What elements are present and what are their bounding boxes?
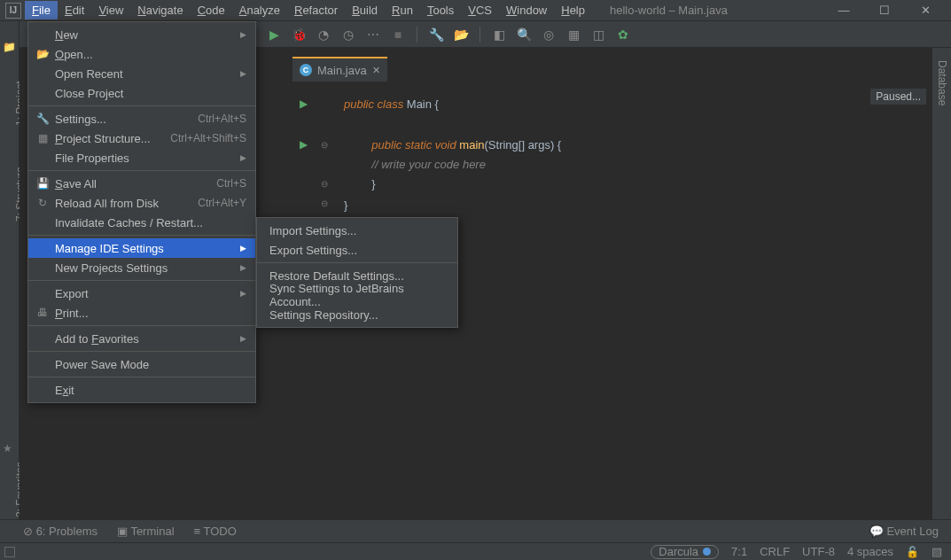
submenu-export-settings[interactable]: Export Settings... bbox=[257, 240, 457, 260]
star-icon: ★ bbox=[3, 442, 12, 455]
profile-icon[interactable]: ◷ bbox=[340, 27, 356, 43]
menu-item-label: Add to Favorites bbox=[55, 332, 139, 346]
file-menu-dropdown: New▶📂Open...Open Recent▶Close Project🔧Se… bbox=[27, 21, 256, 403]
menu-separator bbox=[28, 325, 255, 326]
indent-settings[interactable]: 4 spaces bbox=[847, 545, 893, 558]
readonly-lock-icon[interactable]: 🔓 bbox=[906, 546, 919, 558]
menu-window[interactable]: Window bbox=[499, 1, 554, 19]
window-maximize-button[interactable]: ☐ bbox=[877, 4, 893, 17]
puzzle-icon[interactable]: ✿ bbox=[615, 27, 631, 43]
file-menu-exit[interactable]: Exit bbox=[28, 380, 255, 400]
file-menu-open-recent[interactable]: Open Recent▶ bbox=[28, 64, 255, 83]
gutter-run-icon[interactable]: ▶ bbox=[300, 138, 308, 151]
file-menu-invalidate-caches-restart[interactable]: Invalidate Caches / Restart... bbox=[28, 213, 255, 232]
palette-icon[interactable]: ▦ bbox=[565, 27, 581, 43]
file-menu-project-structure[interactable]: ▦Project Structure...Ctrl+Alt+Shift+S bbox=[28, 128, 255, 148]
submenu-arrow-icon: ▶ bbox=[240, 334, 246, 343]
window-close-button[interactable]: ✕ bbox=[917, 4, 933, 17]
code-line[interactable]: } bbox=[344, 177, 376, 191]
gutter-run-icon[interactable]: ▶ bbox=[300, 97, 308, 110]
menu-file[interactable]: File bbox=[25, 1, 58, 19]
file-menu-close-project[interactable]: Close Project bbox=[28, 83, 255, 103]
file-menu-save-all[interactable]: 💾Save AllCtrl+S bbox=[28, 174, 255, 193]
code-line[interactable]: } bbox=[344, 198, 347, 212]
menu-separator bbox=[28, 170, 255, 171]
menu-code[interactable]: Code bbox=[191, 1, 232, 19]
file-menu-manage-ide-settings[interactable]: Manage IDE Settings▶ bbox=[28, 238, 255, 258]
editor-tab[interactable]: C Main.java ✕ bbox=[292, 57, 387, 82]
open-icon[interactable]: 📂 bbox=[453, 27, 469, 43]
menu-run[interactable]: Run bbox=[385, 1, 420, 19]
menu-separator bbox=[28, 105, 255, 106]
menu-tools[interactable]: Tools bbox=[420, 1, 461, 19]
menu-item-label: Project Structure... bbox=[55, 132, 151, 145]
problems-label: 6: Problems bbox=[36, 525, 97, 538]
menu-navigate[interactable]: Navigate bbox=[130, 1, 190, 19]
menu-item-label: Open Recent bbox=[55, 67, 123, 81]
file-menu-settings[interactable]: 🔧Settings...Ctrl+Alt+S bbox=[28, 109, 255, 128]
file-menu-new-projects-settings[interactable]: New Projects Settings▶ bbox=[28, 258, 255, 277]
eventlog-label: Event Log bbox=[886, 525, 939, 538]
menu-analyze[interactable]: Analyze bbox=[232, 1, 287, 19]
toolwindow-database[interactable]: Database bbox=[936, 60, 948, 105]
eventlog-button[interactable]: 💬 Event Log bbox=[869, 525, 939, 538]
code-line[interactable]: public static void main(String[] args) { bbox=[344, 138, 561, 152]
submenu-sync-settings-to-jetbrains-account[interactable]: Sync Settings to JetBrains Account... bbox=[257, 285, 457, 305]
stop-icon[interactable]: ■ bbox=[390, 27, 406, 43]
problems-button[interactable]: ⊘ 6: Problems bbox=[23, 525, 97, 538]
menu-vcs[interactable]: VCS bbox=[461, 1, 499, 19]
menu-help[interactable]: Help bbox=[554, 1, 592, 19]
search-icon[interactable]: 🔍 bbox=[516, 27, 532, 43]
separator bbox=[417, 27, 417, 43]
terminal-button[interactable]: ▣ Terminal bbox=[117, 525, 175, 538]
caret-position[interactable]: 7:1 bbox=[731, 545, 747, 558]
menu-edit[interactable]: Edit bbox=[58, 1, 91, 19]
terminal-label: Terminal bbox=[130, 525, 174, 538]
file-menu-reload-all-from-disk[interactable]: ↻Reload All from DiskCtrl+Alt+Y bbox=[28, 193, 255, 213]
menu-item-icon: ▦ bbox=[35, 132, 50, 144]
coverage-icon[interactable]: ◔ bbox=[316, 27, 331, 43]
menu-view[interactable]: View bbox=[91, 1, 130, 19]
editor-tab-bar: C Main.java ✕ bbox=[292, 57, 387, 83]
right-tool-strip: Database bbox=[932, 48, 951, 537]
menu-item-label: Settings... bbox=[55, 113, 106, 126]
wrench-icon[interactable]: 🔧 bbox=[428, 27, 444, 43]
tool-window-quick-access-icon[interactable] bbox=[4, 547, 15, 557]
menu-build[interactable]: Build bbox=[345, 1, 385, 19]
menu-item-icon: 📂 bbox=[35, 48, 50, 60]
attach-icon[interactable]: ⋯ bbox=[365, 27, 381, 43]
menu-refactor[interactable]: Refactor bbox=[287, 1, 345, 19]
layout-icon[interactable]: ◧ bbox=[491, 27, 507, 43]
todo-button[interactable]: ≡ TODO bbox=[194, 525, 237, 538]
code-line[interactable]: public class Main { bbox=[344, 97, 439, 111]
code-line[interactable]: // write your code here bbox=[344, 158, 486, 171]
file-menu-add-to-favorites[interactable]: Add to Favorites▶ bbox=[28, 329, 255, 348]
diff-icon[interactable]: ◫ bbox=[590, 27, 606, 43]
file-menu-print[interactable]: 🖶Print... bbox=[28, 303, 255, 323]
editor-tab-label: Main.java bbox=[317, 64, 367, 77]
tab-close-icon[interactable]: ✕ bbox=[372, 65, 380, 76]
submenu-import-settings[interactable]: Import Settings... bbox=[257, 221, 457, 240]
submenu-arrow-icon: ▶ bbox=[240, 289, 246, 298]
theme-selector[interactable]: Darcula bbox=[651, 545, 719, 559]
sync-icon[interactable]: ◎ bbox=[541, 27, 557, 43]
theme-label: Darcula bbox=[659, 545, 698, 558]
menu-separator bbox=[28, 280, 255, 281]
file-menu-file-properties[interactable]: File Properties▶ bbox=[28, 148, 255, 167]
file-menu-power-save-mode[interactable]: Power Save Mode bbox=[28, 354, 255, 374]
menu-item-label: Manage IDE Settings bbox=[55, 242, 164, 255]
file-menu-open[interactable]: 📂Open... bbox=[28, 44, 255, 64]
memory-indicator-icon[interactable]: ▧ bbox=[932, 545, 942, 558]
file-menu-export[interactable]: Export▶ bbox=[28, 284, 255, 303]
line-separator[interactable]: CRLF bbox=[760, 545, 790, 558]
menu-item-label: Save All bbox=[55, 177, 97, 191]
app-logo-icon: IJ bbox=[5, 3, 21, 19]
file-encoding[interactable]: UTF-8 bbox=[802, 545, 835, 558]
window-minimize-button[interactable]: — bbox=[836, 4, 852, 17]
debug-icon[interactable]: 🐞 bbox=[291, 27, 307, 43]
submenu-arrow-icon: ▶ bbox=[240, 153, 246, 162]
menu-item-icon: ↻ bbox=[35, 197, 50, 209]
file-menu-new[interactable]: New▶ bbox=[28, 25, 255, 44]
run-icon[interactable]: ▶ bbox=[266, 27, 282, 43]
menu-item-label: Invalidate Caches / Restart... bbox=[55, 216, 203, 229]
